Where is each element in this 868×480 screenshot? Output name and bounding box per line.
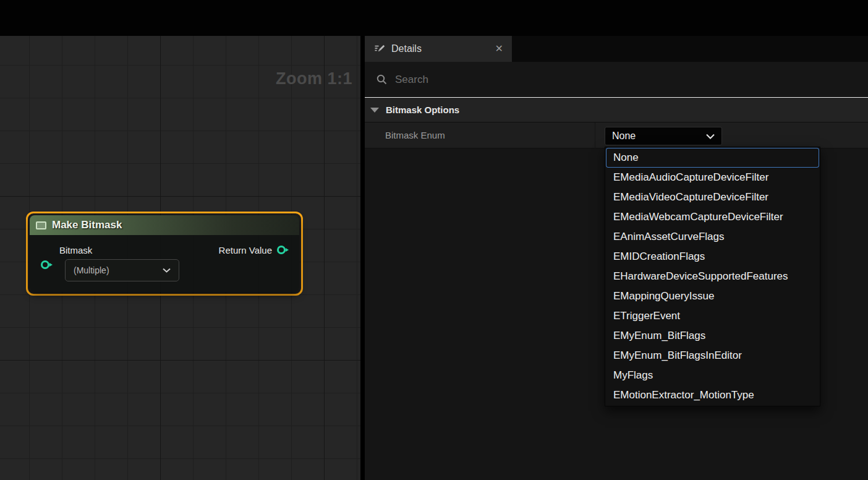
property-label: Bitmask Enum <box>385 130 445 140</box>
search-bar[interactable] <box>365 62 868 98</box>
bitmask-enum-value: None <box>612 131 636 142</box>
bitmask-input-pin[interactable] <box>41 260 49 269</box>
make-struct-icon <box>36 221 46 229</box>
dropdown-option[interactable]: EMediaWebcamCaptureDeviceFilter <box>606 207 819 227</box>
unreal-editor-window: Zoom 1:1 Make Bitmask Bitmask (Multiple)… <box>0 0 868 480</box>
make-bitmask-node[interactable]: Make Bitmask Bitmask (Multiple) Return V… <box>26 212 303 296</box>
node-body: Bitmask (Multiple) Return Value <box>30 235 299 292</box>
return-value-output-pin[interactable] <box>277 246 286 254</box>
search-input[interactable] <box>395 74 857 86</box>
dropdown-option[interactable]: EMediaAudioCaptureDeviceFilter <box>606 168 819 187</box>
chevron-down-icon <box>163 268 171 273</box>
collapse-arrow-icon[interactable] <box>370 108 379 113</box>
dropdown-option[interactable]: MyFlags <box>606 366 819 385</box>
dropdown-option[interactable]: EMediaVideoCaptureDeviceFilter <box>606 187 819 207</box>
property-row-bitmask-enum: Bitmask Enum None <box>365 122 868 148</box>
bitmask-enum-dropdown[interactable]: None <box>605 127 722 145</box>
search-icon <box>376 74 388 85</box>
details-panel: Details ✕ Bitmask Options Bitmask Enum N… <box>365 36 868 480</box>
node-frame: Make Bitmask Bitmask (Multiple) Return V… <box>30 215 299 292</box>
details-tab-icon <box>373 43 385 54</box>
panel-divider[interactable] <box>360 36 365 480</box>
dropdown-option[interactable]: EHardwareDeviceSupportedFeatures <box>606 267 819 286</box>
blueprint-graph-canvas[interactable]: Zoom 1:1 Make Bitmask Bitmask (Multiple)… <box>0 36 360 480</box>
section-bitmask-options[interactable]: Bitmask Options <box>365 98 868 122</box>
dropdown-option[interactable]: EAnimAssetCurveFlags <box>606 227 819 247</box>
top-toolbar <box>0 0 868 36</box>
bitmask-default-value-dropdown[interactable]: (Multiple) <box>65 259 179 281</box>
dropdown-option[interactable]: EMIDCreationFlags <box>606 247 819 267</box>
tab-title: Details <box>391 43 422 54</box>
tab-strip: Details ✕ <box>365 36 868 62</box>
section-title: Bitmask Options <box>386 105 459 115</box>
node-header: Make Bitmask <box>30 215 299 235</box>
zoom-level-label: Zoom 1:1 <box>276 69 352 88</box>
output-pin-label: Return Value <box>219 245 272 255</box>
dropdown-option[interactable]: EMotionExtractor_MotionType <box>606 385 819 405</box>
dropdown-option[interactable]: ETriggerEvent <box>606 306 819 326</box>
enum-dropdown-popup: None EMediaAudioCaptureDeviceFilter EMed… <box>605 147 820 406</box>
close-icon[interactable]: ✕ <box>495 44 503 54</box>
dropdown-option[interactable]: None <box>606 148 819 168</box>
dropdown-option[interactable]: EMyEnum_BitFlagsInEditor <box>606 346 819 366</box>
dropdown-value: (Multiple) <box>74 265 109 275</box>
dropdown-option[interactable]: EMappingQueryIssue <box>606 286 819 306</box>
chevron-down-icon <box>706 134 715 139</box>
column-divider[interactable] <box>595 122 595 148</box>
dropdown-option[interactable]: EMyEnum_BitFlags <box>606 326 819 346</box>
node-title: Make Bitmask <box>52 219 122 231</box>
input-pin-label: Bitmask <box>59 245 92 255</box>
tab-details[interactable]: Details ✕ <box>365 36 512 62</box>
